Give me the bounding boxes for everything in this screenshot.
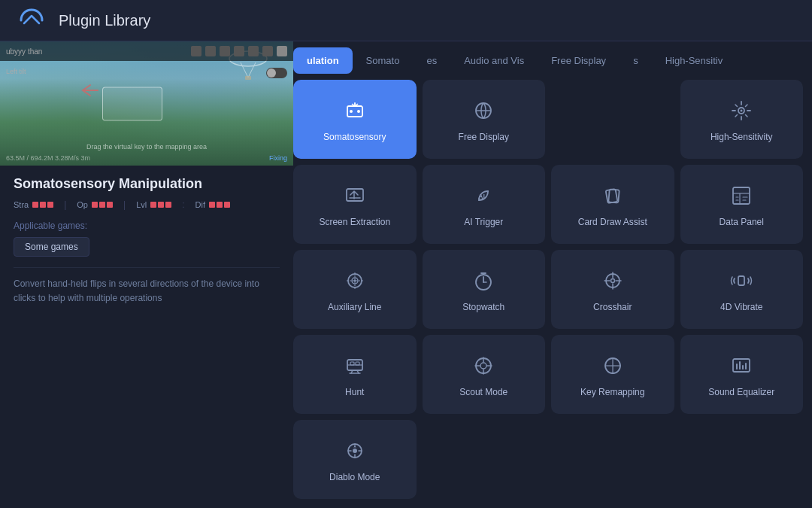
plugin-card-free-display-label: Free Display (459, 132, 509, 144)
stat-lvl-label: Lvl (136, 200, 147, 209)
svg-text:AI: AI (478, 193, 485, 200)
divider (14, 267, 280, 268)
plugin-card-scout-mode[interactable]: Scout Mode (423, 335, 546, 414)
tab-s-label: s (633, 55, 638, 66)
svg-rect-55 (733, 359, 750, 372)
tab-audio-label: Audio and Vis (464, 55, 524, 66)
tab-audio[interactable]: Audio and Vis (450, 47, 538, 74)
auxiliary-line-icon (341, 267, 368, 294)
tab-es[interactable]: es (413, 47, 450, 74)
tab-somato[interactable]: Somato (353, 47, 414, 74)
stat-sep-1: | (64, 199, 66, 210)
left-toggle-label: Left tilt (6, 68, 26, 75)
plugin-card-key-remapping[interactable]: Key Remapping (551, 335, 674, 414)
dot (47, 202, 53, 208)
toolbar-icon-6[interactable] (262, 46, 273, 56)
toolbar-icon-5[interactable] (248, 46, 259, 56)
plugin-card-data-panel[interactable]: Data Panel (680, 165, 804, 244)
dot (217, 202, 223, 208)
plugin-card-sound-equalizer[interactable]: Sound Equalizer (680, 335, 804, 414)
svg-rect-15 (733, 187, 750, 204)
ai-trigger-icon: AI (470, 182, 497, 209)
svg-rect-11 (347, 189, 363, 201)
plugin-card-stopwatch[interactable]: Stopwatch (423, 250, 546, 329)
tab-somato-label: Somato (366, 55, 400, 66)
stat-op: Op (77, 200, 113, 209)
games-badge[interactable]: Some games (14, 237, 89, 257)
stat-dif-dots (209, 202, 230, 208)
plugin-card-auxiliary-line-label: Auxiliary Line (328, 302, 381, 314)
plugin-card-screen-extraction-label: Screen Extraction (319, 217, 390, 229)
plugin-card-data-panel-label: Data Panel (720, 217, 764, 229)
plugin-card-4d-vibrate[interactable]: 4D Vibrate (680, 250, 804, 329)
stat-stra-label: Stra (14, 200, 29, 209)
plugin-card-diablo-mode[interactable]: Diablo Mode (293, 420, 417, 499)
plugin-card-manipulation[interactable]: Somatosensory (293, 80, 417, 159)
svg-rect-42 (356, 362, 359, 365)
main-layout: ubyyy than Left tilt (0, 41, 812, 508)
dot (107, 202, 113, 208)
stat-lvl-dots (150, 202, 171, 208)
screen-extraction-icon (341, 182, 368, 209)
toolbar-close[interactable] (277, 46, 287, 56)
stat-op-label: Op (77, 200, 88, 209)
plugin-grid: Somatosensory Free Display (293, 80, 806, 499)
tab-high-sens[interactable]: High-Sensitiv (652, 47, 737, 74)
preview-area: ubyyy than Left tilt (0, 41, 293, 166)
plugin-card-ai-trigger[interactable]: AI AI Trigger (423, 165, 546, 244)
svg-point-33 (611, 278, 614, 282)
stat-stra-dots (32, 202, 53, 208)
dot (165, 202, 171, 208)
tab-manipulation[interactable]: ulation (293, 47, 353, 74)
dot (209, 202, 215, 208)
plugin-card-hunt[interactable]: Hunt (293, 335, 417, 414)
toggle-switch[interactable] (266, 68, 287, 78)
card-draw-assist-icon (599, 182, 626, 209)
toolbar-icon-4[interactable] (234, 46, 244, 56)
stat-stra: Stra (14, 200, 53, 209)
key-remapping-icon (599, 352, 626, 379)
plugin-card-card-draw-label: Card Draw Assist (578, 217, 647, 229)
plugin-card-stopwatch-label: Stopwatch (462, 302, 504, 314)
plugin-title: Somatosensory Manipulation (14, 176, 280, 192)
drag-hint: Drag the virtual key to the mapping area (86, 143, 207, 151)
preview-stats: 63.5M / 694.2M 3.28M/s 3m (6, 154, 90, 162)
toolbar-icon-3[interactable] (220, 46, 230, 56)
tab-high-sens-label: High-Sensitiv (665, 55, 723, 66)
plugin-card-4d-vibrate-label: 4D Vibrate (720, 302, 762, 314)
plugin-card-screen-extraction[interactable]: Screen Extraction (293, 165, 417, 244)
stat-dif-label: Dif (195, 200, 205, 209)
diablo-mode-icon (341, 437, 368, 464)
plugin-card-high-sensitivity[interactable]: High-Sensitivity (680, 80, 804, 159)
plugin-card-auxiliary-line[interactable]: Auxiliary Line (293, 250, 417, 329)
tab-free-display-label: Free Display (551, 55, 606, 66)
plugin-card-free-display[interactable]: Free Display (423, 80, 546, 159)
plugin-card-manipulation-label: Somatosensory (323, 132, 386, 144)
virtual-key-box (102, 87, 162, 120)
toolbar-icon-2[interactable] (205, 46, 216, 56)
plugin-card-crosshair[interactable]: Crosshair (551, 250, 674, 329)
tab-free-display[interactable]: Free Display (538, 47, 620, 74)
tab-s[interactable]: s (620, 47, 652, 74)
dot (92, 202, 98, 208)
header-title: Plugin Library (59, 12, 150, 29)
svg-rect-3 (245, 76, 251, 80)
dot (158, 202, 164, 208)
dot (99, 202, 105, 208)
stopwatch-icon (470, 267, 497, 294)
plugin-card-key-remapping-label: Key Remapping (580, 387, 644, 399)
free-display-icon (470, 97, 497, 124)
preview-fixing-label: Fixing (269, 154, 287, 162)
stat-sep-2: | (123, 199, 126, 210)
sound-equalizer-icon (728, 352, 755, 379)
preview-toolbar: ubyyy than (0, 41, 293, 61)
data-panel-icon (728, 182, 755, 209)
stat-op-dots (92, 202, 113, 208)
plugin-card-diablo-mode-label: Diablo Mode (329, 472, 380, 484)
dot (150, 202, 156, 208)
crosshair-icon (599, 267, 626, 294)
tab-es-label: es (426, 55, 437, 66)
toolbar-icon-1[interactable] (191, 46, 201, 56)
dot (40, 202, 46, 208)
plugin-card-card-draw[interactable]: Card Draw Assist (551, 165, 674, 244)
